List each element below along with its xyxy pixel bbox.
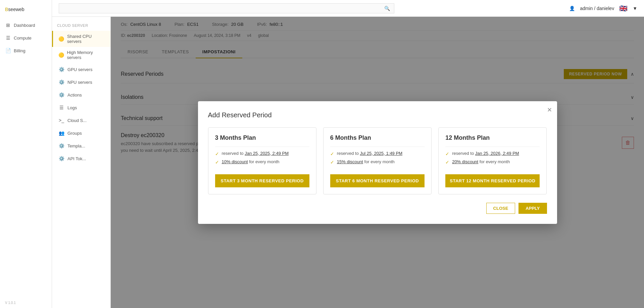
start-3month-button[interactable]: START 3 MONTH RESERVED PERIOD [215, 174, 309, 187]
plan-3month-discount: ✓ 10% discount for every month [215, 159, 309, 165]
apply-button[interactable]: APPLY [518, 203, 547, 214]
high-memory-icon: 🟡 [58, 52, 64, 58]
sidebar-item-cloud-s[interactable]: >_ Cloud S... [52, 114, 110, 127]
logs-icon: ☰ [58, 104, 65, 111]
sidebar-item-dashboard[interactable]: ⊞ Dashboard [0, 19, 52, 32]
plan-3month-name: 3 Months Plan [215, 134, 309, 141]
dashboard-icon: ⊞ [5, 22, 11, 28]
start-6month-button[interactable]: START 6 MONTH RESERVED PERIOD [330, 174, 425, 187]
plan-3month-reserved-to: ✓ reserved to Jan 25, 2025, 2:49 PM [215, 151, 309, 157]
search-input[interactable] [63, 6, 382, 11]
sub-sidebar: CLOUD SERVER 🟡 Shared CPU servers 🟡 High… [52, 17, 111, 308]
gpu-icon: ⚙️ [58, 66, 65, 73]
sidebar-item-shared-cpu[interactable]: 🟡 Shared CPU servers [52, 31, 110, 47]
flag-icon: 🇬🇧 [619, 4, 628, 12]
sidebar-item-api-tokens[interactable]: ⚙️ API Tok... [52, 152, 110, 165]
plan-6month-reserved-to: ✓ reserved to Jul 25, 2025, 1:49 PM [330, 151, 425, 157]
search-icon: 🔍 [384, 6, 390, 11]
shared-cpu-icon: 🟡 [58, 36, 64, 42]
start-12month-button[interactable]: START 12 MONTH RESERVED PERIOD [445, 174, 540, 187]
plan-12month-name: 12 Months Plan [445, 134, 540, 141]
close-button[interactable]: CLOSE [486, 203, 515, 214]
sidebar-item-compute[interactable]: ☰ Compute [0, 32, 52, 44]
groups-icon: 👥 [58, 130, 65, 136]
sidebar-item-logs[interactable]: ☰ Logs [52, 101, 110, 114]
plan-cards: 3 Months Plan ✓ reserved to Jan 25, 2025… [208, 127, 547, 194]
search-box[interactable]: 🔍 [59, 3, 394, 13]
check-icon-2: ✓ [215, 160, 219, 165]
modal-overlay: Add Reserved Period ✕ 3 Months Plan ✓ re… [111, 17, 644, 308]
modal-close-x-button[interactable]: ✕ [547, 106, 552, 114]
sidebar-item-gpu[interactable]: ⚙️ GPU servers [52, 63, 110, 76]
modal-title: Add Reserved Period [208, 111, 547, 119]
plan-12month-reserved-to: ✓ reserved to Jan 25, 2026, 2:49 PM [445, 151, 540, 157]
modal-footer: CLOSE APPLY [208, 203, 547, 214]
add-reserved-period-modal: Add Reserved Period ✕ 3 Months Plan ✓ re… [198, 101, 557, 224]
version-label: V 1.0.1 [0, 298, 52, 308]
sidebar-item-billing[interactable]: 📄 Billing [0, 44, 52, 57]
plan-6month-name: 6 Months Plan [330, 134, 425, 141]
logo-text: seeweb [8, 7, 24, 12]
check-icon-5: ✓ [445, 151, 449, 157]
logo: Bseeweb [0, 3, 52, 19]
sidebar-item-npu[interactable]: ⚙️ NPU servers [52, 76, 110, 88]
npu-icon: ⚙️ [58, 79, 65, 85]
cloud-shell-icon: >_ [58, 117, 65, 124]
plan-card-12months: 12 Months Plan ✓ reserved to Jan 25, 202… [438, 127, 547, 194]
plan-card-3months: 3 Months Plan ✓ reserved to Jan 25, 2025… [208, 127, 316, 194]
templates-icon: ⚙️ [58, 142, 65, 149]
check-icon-1: ✓ [215, 151, 219, 157]
user-label: admin / danielev [580, 6, 614, 11]
sidebar-item-templates[interactable]: ⚙️ Templa... [52, 139, 110, 152]
plan-12month-discount: ✓ 20% discount for every month [445, 159, 540, 165]
sidebar-item-high-memory[interactable]: 🟡 High Memory servers [52, 47, 110, 63]
user-area: 👤 admin / danielev 🇬🇧 ▼ [569, 4, 637, 12]
plan-card-6months: 6 Months Plan ✓ reserved to Jul 25, 2025… [323, 127, 432, 194]
chevron-down-icon: ▼ [633, 6, 637, 11]
user-icon: 👤 [569, 6, 575, 11]
sidebar-item-actions[interactable]: ⚙️ Actions [52, 88, 110, 101]
sidebar-item-groups[interactable]: 👥 Groups [52, 127, 110, 139]
api-token-icon: ⚙️ [58, 155, 65, 162]
billing-icon: 📄 [5, 48, 11, 54]
top-bar: 🔍 👤 admin / danielev 🇬🇧 ▼ [52, 0, 644, 17]
check-icon-4: ✓ [330, 160, 334, 165]
content-area: CLOUD SERVER 🟡 Shared CPU servers 🟡 High… [52, 17, 644, 308]
plan-6month-discount: ✓ 15% discount for every month [330, 159, 425, 165]
sub-section-label: CLOUD SERVER [52, 22, 110, 31]
check-icon-6: ✓ [445, 160, 449, 165]
main-sidebar: Bseeweb ⊞ Dashboard ☰ Compute 📄 Billing … [0, 0, 52, 308]
check-icon-3: ✓ [330, 151, 334, 157]
main-panel: Os: CentOS Linux 8 Plan: ECS1 Storage: 2… [111, 17, 644, 308]
compute-icon: ☰ [5, 35, 11, 41]
actions-icon: ⚙️ [58, 91, 65, 98]
